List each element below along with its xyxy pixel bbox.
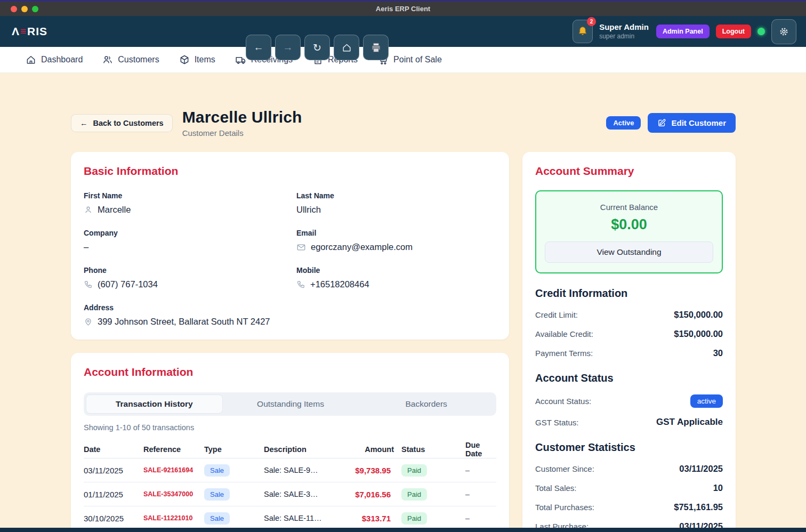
- col-header-type: Type: [204, 445, 264, 454]
- field-value-text: 399 Johnson Street, Ballarat South NT 24…: [98, 317, 270, 327]
- aeris-logo: Λ≡RIS: [12, 25, 47, 38]
- field-value-text: –: [84, 242, 88, 252]
- type-badge: Sale: [204, 512, 230, 525]
- back-button[interactable]: ←: [246, 35, 271, 60]
- account-status-heading: Account Status: [535, 372, 723, 384]
- row-label: Total Sales:: [535, 483, 577, 493]
- field-value-text: Ullrich: [296, 205, 321, 215]
- cell-reference[interactable]: SALE-92161694: [143, 466, 204, 474]
- back-to-customers-button[interactable]: ← Back to Customers: [71, 114, 173, 132]
- app-toolbar: Λ≡RIS ← → ↻ 2 Super Admin super admin: [0, 16, 806, 47]
- logo-e: ≡: [20, 26, 27, 37]
- logout-button[interactable]: Logout: [716, 25, 751, 38]
- edit-button-label: Edit Customer: [671, 118, 726, 127]
- col-header-amount: Amount: [349, 445, 394, 454]
- print-button[interactable]: [363, 35, 389, 60]
- account-status-badge: active: [690, 394, 723, 408]
- row-value: 30: [713, 348, 723, 358]
- col-header-description: Description: [264, 445, 349, 454]
- cell-due-date: –: [443, 490, 496, 498]
- header-actions: Active Edit Customer: [606, 113, 736, 133]
- balance-value: $0.00: [545, 216, 713, 233]
- field-label: Address: [84, 303, 496, 312]
- window-title: Aeris ERP Client: [0, 5, 806, 13]
- account-summary-card: Account Summary Current Balance $0.00 Vi…: [522, 152, 736, 532]
- edit-customer-button[interactable]: Edit Customer: [648, 113, 736, 133]
- page-content: ← Back to Customers Marcelle Ullrich Cus…: [0, 73, 806, 532]
- view-outstanding-button[interactable]: View Outstanding: [545, 241, 713, 263]
- status-badge: Active: [606, 116, 641, 130]
- cell-amount: $7,016.56: [349, 490, 394, 499]
- field-mobile: Mobile +16518208464: [296, 266, 496, 289]
- page-subtitle: Customer Details: [182, 128, 302, 138]
- col-header-date: Date: [84, 445, 143, 454]
- cell-description: Sale: SALE-9…: [264, 466, 349, 474]
- basic-information-card: Basic Information First Name Marcelle La…: [71, 152, 509, 340]
- cell-reference[interactable]: SALE-35347000: [143, 490, 204, 498]
- admin-panel-button[interactable]: Admin Panel: [656, 25, 710, 38]
- tab-transaction-history[interactable]: Transaction History: [86, 394, 223, 414]
- table-row[interactable]: 30/10/2025 SALE-11221010 Sale Sale: SALE…: [84, 506, 496, 530]
- menu-label: Items: [195, 55, 215, 65]
- package-icon: [179, 54, 190, 65]
- connection-status-dot: [757, 28, 765, 35]
- row-value: $150,000.00: [674, 329, 723, 339]
- menu-label: Customers: [118, 55, 159, 65]
- main-menu: Dashboard Customers Items Receivings Rep…: [0, 47, 806, 73]
- cell-amount: $9,738.95: [349, 466, 394, 475]
- transactions-table: Date Reference Type Description Amount S…: [84, 440, 496, 532]
- tab-outstanding-items[interactable]: Outstanding Items: [223, 394, 359, 414]
- total-purchases-row: Total Purchases: $751,161.95: [535, 502, 723, 512]
- person-icon: [84, 205, 93, 214]
- tab-backorders[interactable]: Backorders: [358, 394, 494, 414]
- row-label: Payment Terms:: [535, 349, 593, 358]
- printer-icon: [370, 42, 382, 53]
- notifications-button[interactable]: 2: [573, 20, 593, 43]
- truck-icon: [235, 54, 246, 66]
- field-label: Mobile: [296, 266, 496, 275]
- menu-label: Point of Sale: [393, 55, 442, 65]
- gear-icon: [779, 27, 789, 37]
- total-sales-row: Total Sales: 10: [535, 483, 723, 493]
- field-label: First Name: [84, 191, 284, 200]
- settings-button[interactable]: [771, 19, 796, 44]
- gst-status-row: GST Status: GST Applicable: [535, 417, 723, 428]
- col-header-due-date: Due Date: [443, 441, 496, 458]
- account-information-card: Account Information Transaction History …: [71, 353, 509, 532]
- menu-item-customers[interactable]: Customers: [102, 54, 159, 65]
- table-row[interactable]: 01/11/2025 SALE-35347000 Sale Sale: SALE…: [84, 482, 496, 506]
- field-value-text: +16518208464: [310, 279, 369, 289]
- cell-description: Sale: SALE-11…: [264, 514, 349, 522]
- row-label: Customer Since:: [535, 464, 594, 473]
- users-icon: [102, 54, 113, 65]
- credit-limit-row: Credit Limit: $150,000.00: [535, 310, 723, 320]
- back-arrow-icon: ←: [80, 119, 88, 127]
- cell-date: 01/11/2025: [84, 490, 143, 499]
- home-icon: [26, 54, 36, 65]
- notification-count-badge: 2: [587, 17, 596, 26]
- refresh-button[interactable]: ↻: [304, 35, 330, 60]
- cell-due-date: –: [443, 466, 496, 474]
- menu-item-dashboard[interactable]: Dashboard: [26, 54, 83, 65]
- cell-description: Sale: SALE-3…: [264, 490, 349, 498]
- customer-statistics-heading: Customer Statistics: [535, 441, 723, 454]
- row-label: Available Credit:: [535, 329, 593, 338]
- forward-button[interactable]: →: [275, 35, 301, 60]
- row-value: $150,000.00: [674, 310, 723, 320]
- forward-icon: →: [283, 42, 293, 53]
- field-email: Email egorczany@example.com: [296, 229, 496, 252]
- map-pin-icon: [84, 317, 93, 326]
- row-label: GST Status:: [535, 418, 578, 427]
- phone-icon: [84, 280, 93, 289]
- table-row[interactable]: 03/11/2025 SALE-92161694 Sale Sale: SALE…: [84, 458, 496, 482]
- menu-item-items[interactable]: Items: [179, 54, 215, 65]
- cell-reference[interactable]: SALE-11221010: [143, 514, 204, 522]
- payment-terms-row: Payment Terms: 30: [535, 348, 723, 358]
- home-button[interactable]: [334, 35, 359, 60]
- cell-due-date: –: [443, 514, 496, 522]
- toolbar-right-group: 2 Super Admin super admin Admin Panel Lo…: [573, 16, 796, 47]
- user-name: Super Admin: [599, 22, 649, 33]
- status-badge: Paid: [401, 512, 427, 525]
- type-badge: Sale: [204, 488, 230, 501]
- available-credit-row: Available Credit: $150,000.00: [535, 329, 723, 339]
